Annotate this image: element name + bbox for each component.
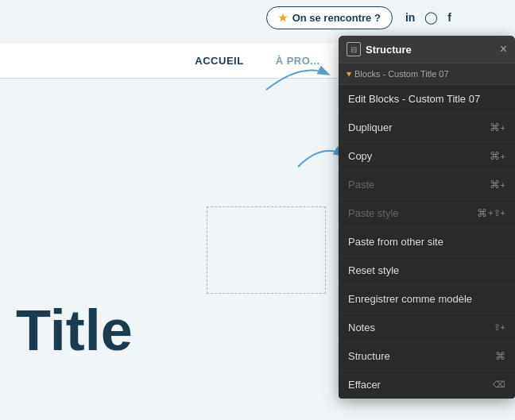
panel-title: Structure [366, 44, 412, 56]
panel-icon: ⊟ [347, 42, 361, 56]
menu-item-save-template[interactable]: Enregistrer comme modèle [339, 285, 515, 314]
breadcrumb-text: Blocks - Custom Title 07 [354, 69, 449, 79]
menu-item-structure[interactable]: Structure ⌘ [339, 342, 515, 371]
nav-accueil[interactable]: ACCUEIL [195, 55, 243, 67]
selection-box [207, 206, 326, 294]
site-title-area: Title [16, 302, 133, 359]
menu-item-notes[interactable]: Notes ⇧+ [339, 314, 515, 342]
menu-item-label: Effacer [348, 379, 381, 391]
menu-item-label: Copy [348, 150, 372, 162]
facebook-icon[interactable]: f [447, 11, 451, 24]
cta-label: On se rencontre ? [292, 12, 381, 24]
menu-item-paste[interactable]: Paste ⌘+ [339, 171, 515, 199]
star-icon: ★ [278, 12, 288, 24]
menu-item-label: Notes [348, 322, 375, 333]
menu-item-label: Dupliquer [348, 121, 393, 133]
instagram-icon[interactable]: ◯ [424, 10, 438, 25]
linkedin-icon[interactable]: in [405, 11, 415, 24]
site-title: Title [16, 299, 133, 362]
menu-item-shortcut: ⌫ [493, 380, 505, 390]
menu-item-shortcut: ⌘+ [490, 150, 505, 162]
menu-item-paste-style[interactable]: Paste style ⌘+⇧+ [339, 199, 515, 228]
social-icons: in ◯ f [405, 10, 451, 25]
menu-item-shortcut: ⌘ [495, 350, 505, 362]
menu-item-label: Paste [348, 179, 374, 191]
panel-header: ⊟ Structure × [339, 36, 515, 64]
breadcrumb-arrow-icon: ▾ [347, 68, 351, 79]
menu-item-copy[interactable]: Copy ⌘+ [339, 142, 515, 171]
menu-item-label: Paste style [348, 207, 399, 219]
arrow1-icon [262, 54, 334, 94]
menu-item-reset-style[interactable]: Reset style [339, 256, 515, 285]
menu-item-label: Paste from other site [348, 236, 443, 248]
menu-item-shortcut: ⌘+ [490, 121, 505, 133]
cta-button[interactable]: ★ On se rencontre ? [266, 6, 393, 29]
menu-item-delete[interactable]: Effacer ⌫ [339, 371, 515, 399]
site-topbar: ★ On se rencontre ? in ◯ f [0, 0, 515, 35]
menu-item-paste-other[interactable]: Paste from other site [339, 228, 515, 256]
menu-item[interactable]: Edit Blocks - Custom Title 07 [339, 85, 515, 114]
close-button[interactable]: × [500, 43, 507, 56]
menu-item-label: Edit Blocks - Custom Title 07 [348, 93, 480, 105]
menu-item-label: Structure [348, 350, 390, 362]
menu-item[interactable]: Dupliquer ⌘+ [339, 114, 515, 142]
menu-item-label: Enregistrer comme modèle [348, 293, 472, 305]
menu-item-shortcut: ⇧+ [494, 322, 505, 333]
menu-item-shortcut: ⌘+⇧+ [477, 207, 505, 219]
menu-item-label: Reset style [348, 264, 399, 276]
structure-panel: ⊟ Structure × ▾ Blocks - Custom Title 07… [339, 36, 515, 399]
panel-header-left: ⊟ Structure [347, 42, 412, 56]
menu-item-shortcut: ⌘+ [490, 179, 505, 191]
panel-breadcrumb: ▾ Blocks - Custom Title 07 [339, 64, 515, 85]
